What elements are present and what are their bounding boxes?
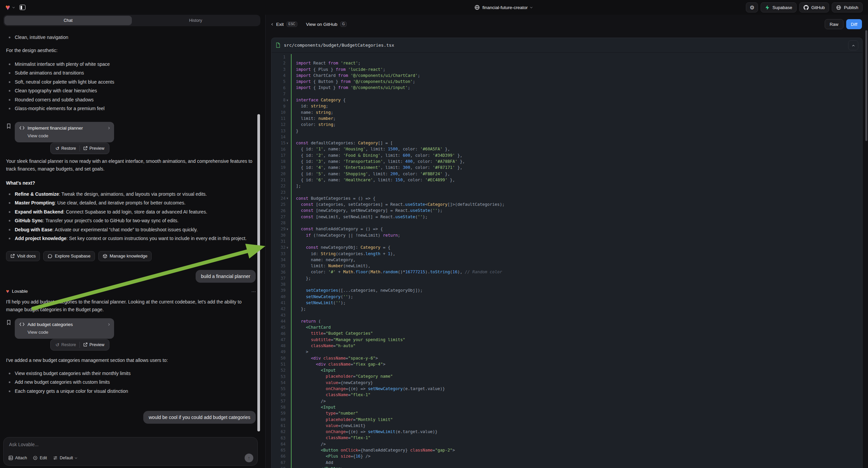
view-on-github-button[interactable]: View on GitHub G (306, 22, 347, 27)
restore-label: Restore (61, 343, 76, 347)
code-text: placeholder="Category name" (291, 373, 862, 379)
input-controls: Attach Edit Default ↑ (8, 454, 253, 462)
restore-button[interactable]: ↺ Restore (52, 146, 80, 151)
tab-chat[interactable]: Chat (4, 16, 132, 25)
collapse-file-button[interactable] (848, 40, 858, 50)
explore-supabase-button[interactable]: Explore Supabase (43, 251, 95, 261)
fold-chevron-icon[interactable]: ∨ (285, 142, 289, 145)
file-added-icon (276, 42, 280, 48)
code-text: <Button onClick={handleAddCategory} clas… (291, 447, 862, 453)
file-path-bar[interactable]: src/components/budget/BudgetCategories.t… (272, 38, 862, 53)
attach-button[interactable]: Attach (8, 456, 27, 460)
line-number: 26 (281, 208, 285, 213)
code-text: { id: '2', name: 'Food & Dining', limit:… (291, 152, 862, 158)
code-text: <Input (291, 404, 862, 410)
send-button[interactable]: ↑ (245, 454, 253, 462)
manage-knowledge-button[interactable]: Manage knowledge (98, 251, 152, 261)
line-number: 46 (281, 331, 285, 336)
list-item: View existing budget categories with the… (6, 369, 256, 378)
item-text: : Transfer your project's code to GitHub… (43, 218, 179, 223)
line-number: 67 (281, 460, 285, 465)
code-text: } (291, 128, 862, 134)
bookmark-icon[interactable] (6, 320, 11, 325)
code-scrollbar[interactable] (865, 30, 867, 141)
github-icon (804, 5, 809, 10)
code-line: 62 onChange={(e) => setNewLimit(e.target… (272, 429, 862, 435)
external-link-icon (10, 254, 15, 258)
toggle-sidebar-button[interactable] (17, 2, 28, 12)
code-line: 52 <Input (272, 367, 862, 373)
line-number: 59 (281, 411, 285, 416)
mode-selector[interactable]: Default (53, 456, 77, 460)
code-text: import ChartCard from '@/components/ui/C… (291, 72, 862, 79)
exit-button[interactable]: Exit ESC (272, 22, 297, 27)
code-line: 16 { id: '1', name: 'Housing', limit: 15… (272, 146, 862, 152)
code-text: value={newCategory} (291, 380, 862, 386)
fold-chevron-icon[interactable]: ∨ (285, 246, 289, 249)
line-number: 38 (281, 282, 285, 287)
line-number: 1 (283, 55, 285, 59)
edit-button[interactable]: Edit (33, 456, 47, 460)
code-text: className="flex-1" (291, 435, 862, 441)
preview-button[interactable]: Preview (80, 146, 108, 151)
code-line: 44 return ( (272, 318, 862, 324)
github-label: GitHub (811, 5, 825, 10)
code-lines: 1​2import React from 'react';3import { P… (272, 53, 862, 468)
tab-history[interactable]: History (132, 16, 259, 25)
list-item: Add new budget categories with custom li… (6, 378, 256, 387)
line-number: 42 (281, 306, 285, 311)
list-item: Subtle animations and transitions (6, 68, 256, 78)
code-text: <div className="space-y-6"> (291, 355, 862, 361)
code-text: type="number" (291, 410, 862, 416)
preview-button[interactable]: Preview (80, 343, 108, 347)
lovable-logo-icon[interactable]: ♥ (5, 3, 10, 11)
external-link-icon (83, 343, 88, 347)
more-options-button[interactable]: ⋯ (251, 289, 256, 294)
code-line: 18 { id: '3', name: 'Transportation', li… (272, 158, 862, 165)
code-text: }; (291, 275, 862, 281)
line-number: 22 (281, 184, 285, 188)
line-number: 8 (283, 98, 285, 103)
fold-chevron-icon[interactable]: ∨ (285, 197, 289, 200)
visit-docs-button[interactable]: Visit docs (6, 251, 40, 261)
line-number: 65 (281, 448, 285, 452)
code-line: 25 const [categories, setCategories] = R… (272, 201, 862, 207)
code-line: 7​ (272, 91, 862, 97)
code-line: 63 className="flex-1" (272, 435, 862, 441)
item-label: Debug with Ease (15, 227, 52, 232)
user-message: would be cool if you could add budget ca… (143, 411, 256, 424)
chat-scrollbar[interactable] (257, 114, 260, 431)
explore-supabase-label: Explore Supabase (55, 254, 90, 259)
line-number: 35 (281, 264, 285, 268)
project-switcher[interactable]: financial-future-creator (260, 5, 746, 10)
chat-input-box[interactable]: Ask Lovable... Attach Edit Default (3, 437, 258, 466)
gear-icon: ⚙ (750, 4, 754, 11)
supabase-button[interactable]: Supabase (761, 2, 797, 12)
fold-chevron-icon[interactable]: ∨ (285, 228, 289, 231)
code-line: 14​ (272, 134, 862, 140)
code-line: 60 placeholder="Monthly limit" (272, 417, 862, 423)
diff-button[interactable]: Diff (846, 19, 862, 29)
publish-button[interactable]: Publish (832, 2, 863, 12)
code-text: import { Plus } from 'lucide-react'; (291, 66, 862, 72)
external-link-icon (83, 146, 88, 150)
github-button[interactable]: GitHub (799, 2, 829, 12)
view-code-link[interactable]: View code (28, 133, 110, 138)
settings-button[interactable]: ⚙ (746, 2, 758, 12)
code-edit-card[interactable]: Add budget categories View code (15, 318, 114, 339)
code-text: color: '#' + Math.floor(Math.random()*16… (291, 269, 862, 275)
logo-chevron-down-icon[interactable] (12, 6, 15, 8)
line-number: 18 (281, 159, 285, 164)
code-text: const newCategoryObj: Category = { (291, 244, 862, 251)
code-text: onChange={(e) => setNewCategory(e.target… (291, 386, 862, 392)
code-edit-card[interactable]: Implement financial planner View code (15, 122, 114, 142)
item-label: Master Prompting (15, 200, 55, 205)
fold-chevron-icon[interactable]: ∨ (285, 99, 289, 102)
view-code-link[interactable]: View code (28, 330, 110, 335)
supabase-bolt-icon (765, 5, 770, 10)
restore-icon: ↺ (55, 343, 59, 347)
code-icon (20, 322, 25, 326)
restore-button[interactable]: ↺ Restore (52, 343, 80, 347)
bookmark-icon[interactable] (6, 123, 11, 129)
raw-button[interactable]: Raw (825, 19, 843, 29)
